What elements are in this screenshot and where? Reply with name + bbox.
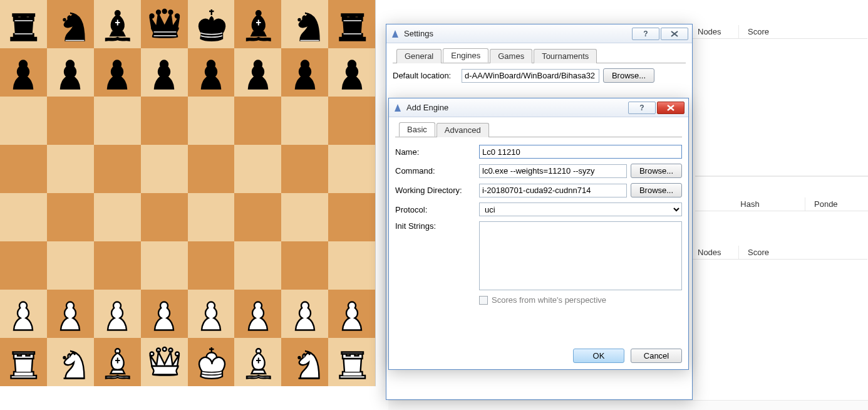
square-g8[interactable] bbox=[281, 0, 328, 48]
square-h5[interactable] bbox=[328, 145, 375, 193]
piece-wb[interactable] bbox=[96, 342, 138, 383]
col-score-2[interactable]: Score bbox=[739, 246, 867, 259]
square-c8[interactable] bbox=[94, 0, 141, 48]
col-nodes[interactable]: Nodes bbox=[689, 25, 739, 38]
square-d5[interactable] bbox=[141, 145, 188, 193]
square-d7[interactable] bbox=[141, 48, 188, 97]
square-h2[interactable] bbox=[328, 290, 375, 338]
col-ponder[interactable]: Ponde bbox=[805, 197, 868, 211]
add-engine-titlebar[interactable]: Add Engine ? bbox=[389, 98, 688, 117]
name-input[interactable] bbox=[479, 145, 682, 159]
square-g7[interactable] bbox=[281, 48, 328, 97]
square-c5[interactable] bbox=[94, 145, 141, 193]
square-d1[interactable] bbox=[141, 338, 188, 386]
square-e4[interactable] bbox=[188, 193, 235, 241]
piece-bb[interactable] bbox=[96, 4, 138, 45]
square-b1[interactable] bbox=[47, 338, 94, 386]
ok-button[interactable]: OK bbox=[573, 349, 624, 363]
square-d3[interactable] bbox=[141, 241, 188, 290]
workdir-input[interactable] bbox=[479, 184, 627, 197]
square-g4[interactable] bbox=[281, 193, 328, 241]
square-c2[interactable] bbox=[94, 290, 141, 338]
square-g3[interactable] bbox=[281, 241, 328, 290]
settings-titlebar[interactable]: Settings ? bbox=[386, 24, 692, 43]
square-c6[interactable] bbox=[94, 97, 141, 145]
piece-wn[interactable] bbox=[49, 342, 91, 383]
add-engine-close-button[interactable] bbox=[657, 102, 685, 114]
square-b8[interactable] bbox=[47, 0, 94, 48]
chessboard[interactable] bbox=[0, 0, 376, 386]
piece-bp[interactable] bbox=[143, 52, 185, 93]
square-c3[interactable] bbox=[94, 241, 141, 290]
square-f6[interactable] bbox=[234, 97, 281, 145]
piece-wk[interactable] bbox=[190, 342, 232, 383]
square-e3[interactable] bbox=[188, 241, 235, 290]
col-nodes-2[interactable]: Nodes bbox=[689, 246, 739, 259]
piece-wp[interactable] bbox=[284, 293, 326, 335]
settings-browse-button[interactable]: Browse... bbox=[603, 68, 654, 83]
square-d8[interactable] bbox=[141, 0, 188, 48]
tab-tournaments[interactable]: Tournaments bbox=[534, 49, 597, 63]
square-e6[interactable] bbox=[188, 97, 235, 145]
square-d6[interactable] bbox=[141, 97, 188, 145]
protocol-select[interactable]: uci bbox=[479, 202, 682, 216]
square-d2[interactable] bbox=[141, 290, 188, 338]
square-d4[interactable] bbox=[141, 193, 188, 241]
piece-bp[interactable] bbox=[284, 52, 326, 93]
square-f2[interactable] bbox=[234, 290, 281, 338]
square-g1[interactable] bbox=[281, 338, 328, 386]
square-e5[interactable] bbox=[188, 145, 235, 193]
default-location-input[interactable] bbox=[462, 69, 599, 83]
square-a2[interactable] bbox=[0, 290, 47, 338]
piece-bq[interactable] bbox=[143, 4, 185, 45]
square-a4[interactable] bbox=[0, 193, 47, 241]
piece-bp[interactable] bbox=[190, 52, 232, 93]
piece-bp[interactable] bbox=[49, 52, 91, 93]
square-e2[interactable] bbox=[188, 290, 235, 338]
square-g2[interactable] bbox=[281, 290, 328, 338]
piece-wp[interactable] bbox=[237, 293, 279, 335]
square-h7[interactable] bbox=[328, 48, 375, 97]
square-c1[interactable] bbox=[94, 338, 141, 386]
piece-wp[interactable] bbox=[331, 293, 373, 335]
square-a3[interactable] bbox=[0, 241, 47, 290]
piece-wp[interactable] bbox=[3, 293, 44, 335]
square-e8[interactable] bbox=[188, 0, 235, 48]
piece-wq[interactable] bbox=[143, 342, 185, 383]
piece-bp[interactable] bbox=[96, 52, 138, 93]
square-f3[interactable] bbox=[234, 241, 281, 290]
square-h1[interactable] bbox=[328, 338, 375, 386]
scores-white-checkbox[interactable]: Scores from white's perspective bbox=[479, 295, 606, 305]
piece-bn[interactable] bbox=[284, 4, 326, 45]
square-e1[interactable] bbox=[188, 338, 235, 386]
tab-general[interactable]: General bbox=[396, 49, 442, 63]
command-input[interactable] bbox=[479, 164, 627, 178]
square-b4[interactable] bbox=[47, 193, 94, 241]
square-a8[interactable] bbox=[0, 0, 47, 48]
square-e7[interactable] bbox=[188, 48, 235, 97]
piece-wn[interactable] bbox=[284, 342, 326, 383]
square-b3[interactable] bbox=[47, 241, 94, 290]
square-f5[interactable] bbox=[234, 145, 281, 193]
piece-bb[interactable] bbox=[237, 4, 279, 45]
square-c4[interactable] bbox=[94, 193, 141, 241]
col-hash[interactable]: Hash bbox=[695, 197, 805, 211]
tab-games[interactable]: Games bbox=[490, 49, 532, 63]
tab-advanced[interactable]: Advanced bbox=[437, 123, 489, 137]
square-b5[interactable] bbox=[47, 145, 94, 193]
square-b2[interactable] bbox=[47, 290, 94, 338]
square-h4[interactable] bbox=[328, 193, 375, 241]
square-a7[interactable] bbox=[0, 48, 47, 97]
square-h6[interactable] bbox=[328, 97, 375, 145]
square-h8[interactable] bbox=[328, 0, 375, 48]
tab-engines[interactable]: Engines bbox=[443, 48, 488, 63]
piece-wp[interactable] bbox=[96, 293, 138, 335]
piece-bp[interactable] bbox=[331, 52, 373, 93]
piece-wp[interactable] bbox=[190, 293, 232, 335]
square-f4[interactable] bbox=[234, 193, 281, 241]
tab-basic[interactable]: Basic bbox=[399, 122, 435, 137]
piece-wp[interactable] bbox=[49, 293, 91, 335]
piece-bn[interactable] bbox=[49, 4, 91, 45]
square-c7[interactable] bbox=[94, 48, 141, 97]
add-engine-help-button[interactable]: ? bbox=[628, 102, 656, 114]
